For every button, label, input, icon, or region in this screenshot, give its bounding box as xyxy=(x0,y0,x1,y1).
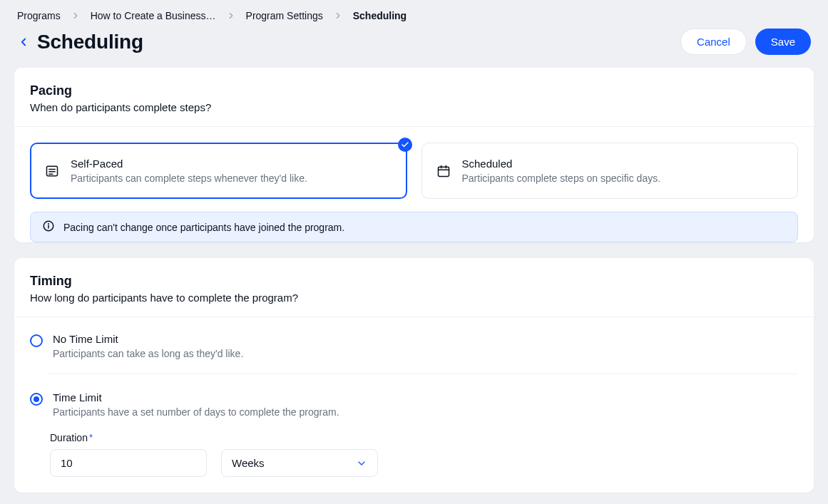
svg-point-10 xyxy=(48,224,49,225)
chevron-right-icon xyxy=(333,11,343,21)
timing-option-no-limit[interactable]: No Time Limit Participants can take as l… xyxy=(30,333,798,374)
save-button[interactable]: Save xyxy=(755,29,811,55)
cancel-button[interactable]: Cancel xyxy=(680,29,747,55)
timing-option-title: No Time Limit xyxy=(53,333,243,345)
pacing-option-scheduled[interactable]: Scheduled Participants complete steps on… xyxy=(421,143,799,199)
timing-option-title: Time Limit xyxy=(53,391,339,403)
timing-option-desc: Participants can take as long as they'd … xyxy=(53,348,243,359)
pacing-heading: Pacing xyxy=(30,83,798,98)
duration-unit-select[interactable]: Weeks xyxy=(221,449,378,477)
breadcrumb-programs[interactable]: Programs xyxy=(17,10,61,21)
back-button[interactable] xyxy=(17,36,30,48)
radio-icon[interactable] xyxy=(30,334,43,347)
timing-option-time-limit[interactable]: Time Limit Participants have a set numbe… xyxy=(30,391,798,432)
pacing-info-text: Pacing can't change once participants ha… xyxy=(63,222,344,233)
breadcrumb-program-settings[interactable]: Program Settings xyxy=(246,10,323,21)
list-icon xyxy=(45,164,59,178)
pacing-subheading: When do participants complete steps? xyxy=(30,101,798,113)
duration-unit-selected: Weeks xyxy=(232,457,265,469)
pacing-panel: Pacing When do participants complete ste… xyxy=(14,68,814,242)
pacing-option-title: Scheduled xyxy=(462,158,661,170)
chevron-right-icon xyxy=(226,11,236,21)
pacing-option-self-paced[interactable]: Self-Paced Participants can complete ste… xyxy=(30,143,407,199)
pacing-option-desc: Participants complete steps on specific … xyxy=(462,173,661,184)
radio-icon[interactable] xyxy=(30,393,43,406)
page-title: Scheduling xyxy=(37,31,143,53)
breadcrumb: Programs How to Create a Business… Progr… xyxy=(0,0,828,26)
pacing-option-desc: Participants can complete steps whenever… xyxy=(71,173,307,184)
pacing-option-title: Self-Paced xyxy=(71,158,307,170)
chevron-right-icon xyxy=(71,11,81,21)
divider xyxy=(48,374,798,374)
breadcrumb-program[interactable]: How to Create a Business… xyxy=(91,10,216,21)
duration-value-input[interactable] xyxy=(50,449,207,477)
timing-heading: Timing xyxy=(30,274,798,289)
duration-label: Duration* xyxy=(50,432,798,443)
pacing-info-banner: Pacing can't change once participants ha… xyxy=(30,212,798,242)
chevron-down-icon xyxy=(356,458,367,469)
title-row: Scheduling Cancel Save xyxy=(0,26,828,68)
required-marker: * xyxy=(89,432,93,443)
info-icon xyxy=(42,220,55,235)
timing-panel: Timing How long do participants have to … xyxy=(14,258,814,493)
calendar-icon xyxy=(436,164,451,178)
timing-option-desc: Participants have a set number of days t… xyxy=(53,406,339,418)
check-badge-icon xyxy=(398,138,412,152)
timing-subheading: How long do participants have to complet… xyxy=(30,292,798,304)
breadcrumb-scheduling[interactable]: Scheduling xyxy=(353,10,407,21)
svg-rect-4 xyxy=(438,167,449,176)
